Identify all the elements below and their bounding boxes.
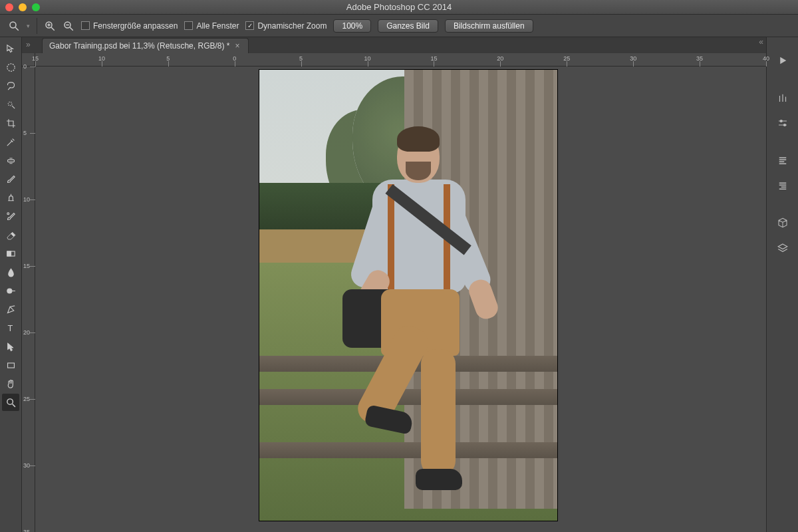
document-tab-label: Gabor Training.psd bei 11,3% (Retusche, … [49, 41, 229, 51]
pen-tool[interactable] [2, 301, 19, 318]
svg-rect-14 [7, 251, 11, 255]
brush-tool[interactable] [2, 170, 19, 188]
document-area: » Gabor Training.psd bei 11,3% (Retusche… [22, 37, 766, 532]
divider [37, 18, 37, 34]
ruler-tick: 10 [23, 196, 30, 203]
ruler-vertical[interactable]: 05101520253035 [22, 66, 35, 532]
svg-point-0 [10, 22, 16, 28]
svg-text:T: T [7, 323, 13, 332]
blur-tool[interactable] [2, 263, 19, 281]
tools-panel: T [0, 37, 22, 532]
canvas-wrap: 151050510152025303540 05101520253035 [22, 53, 766, 532]
character-icon[interactable] [771, 176, 794, 196]
svg-point-15 [7, 288, 11, 293]
fill-screen-button[interactable]: Bildschirm ausfüllen [445, 19, 533, 33]
zoom-tool-icon[interactable] [8, 20, 20, 32]
play-actions-icon[interactable] [771, 51, 794, 70]
close-window-button[interactable] [5, 3, 13, 11]
all-windows-checkbox[interactable]: Alle Fenster [184, 21, 239, 31]
svg-point-21 [783, 124, 785, 126]
ruler-tick: 10 [364, 55, 371, 62]
ruler-tick: 25 [23, 396, 30, 402]
zoom-in-icon[interactable] [44, 20, 56, 32]
move-tool[interactable] [2, 40, 19, 57]
document-canvas[interactable] [259, 69, 558, 521]
ruler-tick: 35 [696, 55, 703, 62]
fit-window-label: Fenstergröße anpassen [93, 21, 178, 31]
checkbox-checked-icon: ✓ [245, 21, 254, 30]
type-tool[interactable]: T [2, 319, 19, 336]
close-tab-icon[interactable]: × [235, 41, 239, 51]
photo-person [336, 123, 495, 502]
svg-point-20 [780, 120, 782, 122]
rectangle-tool[interactable] [2, 356, 19, 374]
hand-tool[interactable] [2, 375, 19, 392]
svg-rect-11 [7, 160, 14, 162]
svg-point-18 [7, 398, 12, 404]
collapse-left-icon[interactable]: » [26, 40, 31, 49]
svg-point-9 [7, 63, 14, 70]
titlebar: Adobe Photoshop CC 2014 [0, 0, 798, 15]
ruler-horizontal[interactable]: 151050510152025303540 [35, 53, 766, 66]
app-title: Adobe Photoshop CC 2014 [0, 2, 798, 12]
maximize-window-button[interactable] [32, 3, 40, 11]
dynamic-zoom-label: Dynamischer Zoom [257, 21, 327, 31]
svg-rect-17 [7, 362, 14, 367]
ruler-tick: 30 [630, 55, 636, 62]
ruler-tick: 35 [23, 529, 30, 532]
svg-point-10 [8, 102, 12, 106]
ruler-tick: 0 [23, 63, 27, 70]
lasso-tool[interactable] [2, 77, 19, 94]
ruler-tick: 5 [23, 130, 27, 136]
quick-select-tool[interactable] [2, 96, 19, 113]
history-brush-tool[interactable] [2, 207, 19, 225]
marquee-tool[interactable] [2, 59, 19, 76]
zoom-100-button[interactable]: 100% [333, 19, 371, 33]
svg-point-12 [7, 212, 9, 214]
svg-line-7 [70, 27, 73, 31]
document-tab[interactable]: Gabor Training.psd bei 11,3% (Retusche, … [42, 38, 249, 53]
checkbox-icon [81, 21, 90, 30]
ruler-tick: 10 [98, 55, 105, 62]
crop-tool[interactable] [2, 114, 19, 132]
all-windows-label: Alle Fenster [196, 21, 239, 31]
tool-preset-dropdown-icon[interactable]: ▾ [27, 23, 30, 29]
ruler-tick: 40 [763, 55, 769, 62]
layers-icon[interactable] [771, 238, 794, 258]
ruler-tick: 20 [23, 329, 30, 336]
minimize-window-button[interactable] [19, 3, 27, 11]
svg-line-19 [12, 404, 15, 406]
zoom-out-icon[interactable] [63, 20, 74, 32]
ruler-tick: 15 [32, 55, 39, 62]
eyedropper-tool[interactable] [2, 133, 19, 150]
collapse-right-icon[interactable]: « [759, 37, 763, 47]
ruler-tick: 30 [23, 462, 30, 469]
brushes-icon[interactable] [771, 88, 794, 108]
ruler-tick: 5 [299, 55, 303, 62]
ruler-tick: 15 [23, 263, 30, 269]
ruler-tick: 0 [233, 55, 236, 62]
svg-line-3 [51, 27, 55, 31]
zoom-tool[interactable] [2, 394, 19, 411]
checkbox-icon [184, 21, 193, 30]
ruler-tick: 20 [497, 55, 503, 62]
fit-image-button[interactable]: Ganzes Bild [378, 19, 438, 33]
eraser-tool[interactable] [2, 226, 19, 243]
options-bar: ▾ Fenstergröße anpassen Alle Fenster ✓ D… [0, 15, 798, 37]
paragraph-icon[interactable] [771, 150, 794, 170]
ruler-tick: 15 [430, 55, 437, 62]
dynamic-zoom-checkbox[interactable]: ✓ Dynamischer Zoom [245, 21, 327, 31]
document-tabs: » Gabor Training.psd bei 11,3% (Retusche… [22, 37, 766, 53]
healing-brush-tool[interactable] [2, 152, 19, 169]
path-select-tool[interactable] [2, 338, 19, 355]
canvas-stage[interactable] [35, 66, 766, 532]
gradient-tool[interactable] [2, 245, 19, 262]
ruler-tick: 25 [563, 55, 570, 62]
clone-stamp-tool[interactable] [2, 189, 19, 206]
adjustments-icon[interactable] [771, 113, 794, 133]
fit-window-checkbox[interactable]: Fenstergröße anpassen [81, 21, 178, 31]
panels-collapsed [766, 37, 798, 532]
dodge-tool[interactable] [2, 282, 19, 299]
3d-icon[interactable] [771, 213, 794, 233]
ruler-tick: 5 [166, 55, 170, 62]
